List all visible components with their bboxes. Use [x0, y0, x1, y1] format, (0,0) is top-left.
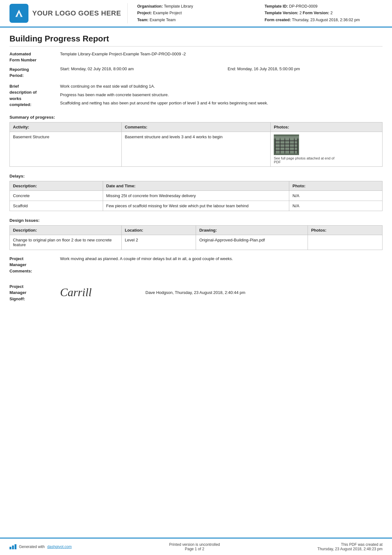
template-id-field: Template ID: DP-PROD-0009 [265, 3, 383, 10]
form-number-row: AutomatedForm Number Template Library-Ex… [9, 51, 383, 63]
design-issues-section-title: Design Issues: [9, 218, 383, 223]
signature-image: Carrill [60, 280, 117, 305]
summary-section-title: Summary of progress: [9, 115, 383, 120]
generated-text: Generated with [19, 545, 45, 549]
template-version-value: 2 [299, 11, 302, 15]
dashpivot-link[interactable]: dashpivot.com [47, 545, 71, 549]
pm-comments-row: ProjectManagerComments: Work moving ahea… [9, 256, 383, 274]
pm-signoff-name: Dave Hodgson, Thursday, 23 August 2018, … [145, 290, 245, 296]
description-line-1: Work continuing on the east side wall of… [60, 83, 383, 90]
description-line-3: Scaffolding and netting has also been pu… [60, 100, 383, 107]
summary-row-1: Basement Structure Basement structure an… [10, 132, 383, 166]
photo-thumbnail [274, 134, 299, 155]
pm-comments-label: ProjectManagerComments: [9, 256, 60, 274]
pdf-created-label: This PDF was created at [317, 542, 383, 547]
delays-header-row: Description: Date and Time: Photo: [10, 181, 383, 190]
pm-signoff-row: ProjectManagerSignoff: Carrill Dave Hodg… [9, 280, 383, 305]
report-title: Building Progress Report [9, 34, 383, 47]
delays-header-datetime: Date and Time: [103, 181, 289, 190]
design-issues-table: Description: Location: Drawing: Photos: … [9, 225, 383, 250]
svg-rect-12 [274, 136, 299, 139]
design-location-1: Level 2 [121, 235, 196, 250]
design-header-location: Location: [121, 225, 196, 235]
summary-header-comments: Comments: [121, 122, 271, 132]
photo-caption: See full page photos attached at end of … [274, 156, 337, 164]
design-desc-1: Change to original plan on floor 2 due t… [10, 235, 122, 250]
footer-center: Printed version is uncontrolled Page 1 o… [169, 542, 220, 551]
project-field: Project: Example Project [137, 10, 255, 16]
page-text: Page 1 of 2 [169, 547, 220, 551]
meta-col-left: Organisation: Template Library Project: … [137, 3, 255, 23]
delays-header-photo: Photo: [289, 181, 383, 190]
delays-desc-2: Scaffold [10, 201, 103, 211]
dashpivot-icon [9, 544, 16, 549]
reporting-period-start: Start: Monday, 02 July 2018, 8:00:00 am [60, 66, 215, 71]
summary-table: Activity: Comments: Photos: Basement Str… [9, 122, 383, 167]
footer-right: This PDF was created at Thursday, 23 Aug… [317, 542, 383, 551]
header: YOUR LOGO GOES HERE Organisation: Templa… [0, 0, 392, 28]
version-field: Template Version: 2 Form Version: 2 [265, 10, 383, 16]
pm-comments-value: Work moving ahead as planned. A couple o… [60, 256, 383, 262]
header-meta: Organisation: Template Library Project: … [127, 3, 383, 23]
logo-section: YOUR LOGO GOES HERE [9, 3, 121, 23]
footer: Generated with dashpivot.com Printed ver… [0, 538, 392, 555]
description-value: Work continuing on the east side wall of… [60, 83, 383, 107]
pm-signoff-label: ProjectManagerSignoff: [9, 284, 60, 302]
form-created-value: Thursday, 23 August 2018, 2:36:02 pm [292, 18, 360, 22]
main-content: Building Progress Report AutomatedForm N… [0, 28, 392, 538]
summary-header-activity: Activity: [10, 122, 122, 132]
design-header-description: Description: [10, 225, 122, 235]
design-drawing-1: Original-Approved-Building-Plan.pdf [196, 235, 308, 250]
pm-signoff-value: Carrill Dave Hodgson, Thursday, 23 Augus… [60, 280, 383, 305]
page: YOUR LOGO GOES HERE Organisation: Templa… [0, 0, 392, 555]
delays-datetime-2: Few pieces of scaffold missing for West … [103, 201, 289, 211]
design-photos-1 [308, 235, 383, 250]
delays-header-description: Description: [10, 181, 103, 190]
reporting-period-row: ReportingPeriod: Start: Monday, 02 July … [9, 66, 383, 79]
form-created-field: Form created: Thursday, 23 August 2018, … [265, 17, 383, 23]
template-id-value: DP-PROD-0009 [289, 4, 318, 9]
uncontrolled-text: Printed version is uncontrolled [169, 542, 220, 547]
description-label: Briefdescription ofworkscompleted: [9, 83, 60, 108]
summary-header-photos: Photos: [271, 122, 383, 132]
design-issues-header-row: Description: Location: Drawing: Photos: [10, 225, 383, 235]
template-id-label: Template ID: [265, 4, 288, 9]
delays-photo-2: N/A [289, 201, 383, 211]
delays-row-1: Concrete Missing 25t of concrete from We… [10, 190, 383, 201]
design-header-photos: Photos: [308, 225, 383, 235]
signature-area: Carrill Dave Hodgson, Thursday, 23 Augus… [60, 280, 383, 305]
description-line-2: Progress has been made with concrete bas… [60, 92, 383, 98]
delays-desc-1: Concrete [10, 190, 103, 201]
delays-table: Description: Date and Time: Photo: Concr… [9, 181, 383, 211]
summary-table-header-row: Activity: Comments: Photos: [10, 122, 383, 132]
org-field: Organisation: Template Library [137, 3, 255, 10]
form-created-label: Form created: [265, 18, 291, 22]
pdf-created-value: Thursday, 23 August 2018, 2:48:23 pm [317, 547, 383, 551]
footer-left: Generated with dashpivot.com [9, 544, 72, 549]
org-value: Template Library [164, 4, 193, 9]
photo-cell: See full page photos attached at end of … [274, 134, 379, 164]
delays-section-title: Delays: [9, 174, 383, 178]
reporting-period-label: ReportingPeriod: [9, 66, 60, 79]
delays-photo-1: N/A [289, 190, 383, 201]
description-row: Briefdescription ofworkscompleted: Work … [9, 83, 383, 108]
project-label: Project: [137, 11, 152, 15]
form-version-label: Form Version: [303, 11, 329, 15]
reporting-period-values: Start: Monday, 02 July 2018, 8:00:00 am … [60, 66, 383, 71]
design-issues-row-1: Change to original plan on floor 2 due t… [10, 235, 383, 250]
logo-text: YOUR LOGO GOES HERE [32, 9, 121, 17]
team-label: Team: [137, 18, 149, 22]
summary-photos-1: See full page photos attached at end of … [271, 132, 383, 166]
template-version-label: Template Version: [265, 11, 298, 15]
form-number-value: Template Library-Example Project-Example… [60, 51, 383, 58]
summary-activity-1: Basement Structure [10, 132, 122, 166]
meta-col-right: Template ID: DP-PROD-0009 Template Versi… [265, 3, 383, 23]
reporting-period-end: End: Monday, 16 July 2018, 5:00:00 pm [228, 66, 383, 71]
design-header-drawing: Drawing: [196, 225, 308, 235]
summary-comments-1: Basement structure and levels 3 and 4 wo… [121, 132, 271, 166]
delays-row-2: Scaffold Few pieces of scaffold missing … [10, 201, 383, 211]
form-version-value: 2 [330, 11, 333, 15]
logo-icon [9, 4, 28, 23]
project-value: Example Project [153, 11, 182, 15]
delays-datetime-1: Missing 25t of concrete from Wednesday d… [103, 190, 289, 201]
